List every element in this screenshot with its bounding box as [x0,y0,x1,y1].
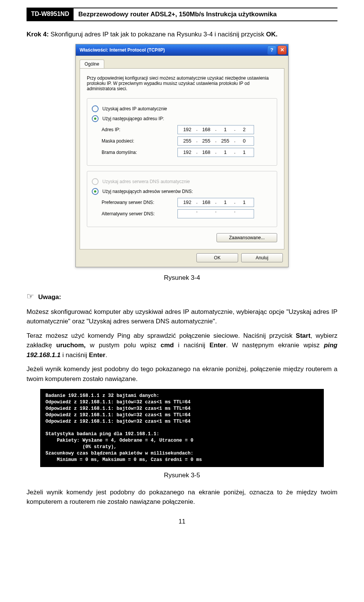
advanced-button[interactable]: Zaawansowane... [217,233,277,242]
step-4: Krok 4: Skonfiguruj adres IP tak jak to … [27,30,337,39]
gateway-label: Brama domyślna: [102,150,177,155]
gateway-input[interactable]: 192 168 1 1 [177,148,254,157]
info-text: Przy odpowiedniej konfiguracji sieci moż… [87,75,277,91]
console-output: Badanie 192.168.1.1 z 32 bajtami danych:… [40,389,324,467]
tab-general[interactable]: Ogólne [80,60,104,68]
ip-address-input[interactable]: 192 168 1 2 [177,125,254,134]
radio-dns-manual-label: Użyj następujących adresów serwerów DNS: [102,189,193,194]
ok-button[interactable]: OK [196,253,238,262]
dns-groupbox: Uzyskaj adres serwera DNS automatycznie … [87,171,277,227]
help-icon[interactable]: ? [267,45,276,55]
ip-address-label: Adres IP: [102,127,177,132]
close-icon[interactable]: ✕ [278,45,287,55]
model-label: TD-W8951ND [27,8,74,20]
radio-dns-auto [92,178,99,185]
ip-groupbox: Uzyskaj adres IP automatycznie Użyj nast… [87,98,277,166]
mask-input[interactable]: 255 255 255 0 [177,136,254,146]
figure-caption-3-5: Rysunek 3-5 [27,472,337,479]
radio-dns-auto-label: Uzyskaj adres serwera DNS automatycznie [102,179,190,184]
tcpip-properties-dialog: Właściwości: Internet Protocol (TCP/IP) … [75,44,289,267]
pref-dns-label: Preferowany serwer DNS: [102,200,177,205]
cancel-button[interactable]: Anuluj [241,253,283,262]
radio-ip-auto-label: Uzyskaj adres IP automatycznie [102,106,167,111]
mask-label: Maska podsieci: [102,138,177,144]
radio-ip-auto[interactable] [92,105,99,112]
page-number: 11 [27,518,337,525]
note-heading: ☞ Uwaga: [27,290,337,303]
figure-caption-3-4: Rysunek 3-4 [27,274,337,282]
alt-dns-label: Alternatywny serwer DNS: [102,211,177,216]
ping-paragraph-2: Jeżeli wynik komendy jest podobny do teg… [27,364,337,384]
note-text: Możesz skonfigurować komputer aby uzyski… [27,307,337,326]
pointer-icon: ☞ [27,292,34,301]
pref-dns-input[interactable]: 192 168 1 1 [177,198,254,207]
radio-ip-manual-label: Użyj następującego adresu IP: [102,116,164,121]
doc-title: Bezprzewodowy router ADSL2+, 150Mb/s Ins… [74,8,337,20]
alt-dns-input[interactable] [177,209,254,218]
footer-paragraph: Jeżeli wynik komendy jest podobny do pok… [27,488,337,507]
radio-ip-manual[interactable] [92,115,99,122]
radio-dns-manual[interactable] [92,188,99,195]
ping-paragraph-1: Teraz możesz użyć komendy Ping aby spraw… [27,331,337,360]
titlebar: Właściwości: Internet Protocol (TCP/IP) … [76,44,288,56]
window-title: Właściwości: Internet Protocol (TCP/IP) [80,47,266,53]
page-header: TD-W8951ND Bezprzewodowy router ADSL2+, … [27,8,337,21]
